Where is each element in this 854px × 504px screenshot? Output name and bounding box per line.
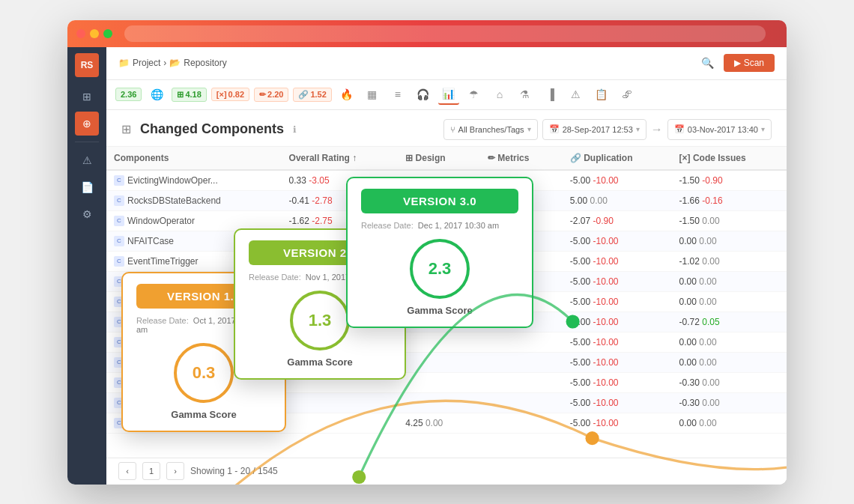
breadcrumb-project[interactable]: Project [133, 58, 160, 68]
badge-dup-value: 1.52 [310, 90, 326, 99]
toolbar-icon-umbrella[interactable]: ☂ [464, 84, 485, 105]
comp-name-text: RocksDBStateBackend [127, 195, 221, 206]
comp-icon: C [114, 256, 124, 267]
badge-issues[interactable]: [×] 0.82 [211, 88, 249, 101]
badge-metrics-value: 2.20 [267, 90, 283, 99]
cell-dup: -5.00 -10.00 [563, 392, 672, 413]
cell-design [398, 352, 480, 372]
cell-dup: -5.00 -10.00 [563, 271, 672, 291]
val-overall-delta: -2.75 [312, 216, 332, 226]
version3-card: VERSION 3.0 Release Date: Dec 1, 2017 10… [346, 177, 533, 328]
sidebar-icon-grid[interactable]: ⊞ [75, 85, 99, 109]
val-dup-delta: -10.00 [593, 297, 619, 307]
badge-design-value: 4.18 [185, 90, 201, 99]
cell-name: C EvictingWindowOper... [106, 170, 282, 191]
info-icon: ℹ [293, 124, 297, 135]
page-title: Changed Components [140, 121, 284, 137]
date-to-filter[interactable]: 📅 03-Nov-2017 13:40 ▾ [667, 119, 772, 140]
val-code: 0.00 [679, 337, 697, 347]
toolbar-icon-house[interactable]: ⌂ [489, 84, 510, 105]
cell-dup: -5.00 -10.00 [563, 231, 672, 251]
comp-name-text: EventTimeTrigger [127, 256, 198, 267]
cell-metrics [480, 332, 563, 352]
version3-header: VERSION 3.0 [361, 189, 518, 213]
val-code: 0.00 [679, 276, 697, 287]
branch-chevron-icon: ▾ [527, 125, 531, 133]
badge-rating[interactable]: 2.36 [115, 88, 142, 101]
top-nav: 📁 Project › 📂 Repository 🔍 ▶ Scan [106, 47, 787, 80]
cell-design: 4.25 0.00 [398, 413, 480, 433]
url-bar[interactable] [124, 25, 766, 42]
val-code: -0.30 [679, 377, 700, 388]
cell-dup: -5.00 -10.00 [563, 170, 672, 191]
comp-icon: C [114, 236, 124, 246]
val-code-delta: 0.00 [699, 297, 716, 307]
toolbar-icon-headphones[interactable]: 🎧 [413, 84, 434, 105]
sidebar-icon-doc[interactable]: 📄 [75, 175, 99, 199]
version1-score-circle: 0.3 [174, 343, 234, 403]
sidebar-icon-settings[interactable]: ⚙ [75, 202, 99, 226]
branch-filter[interactable]: ⑂ All Branches/Tags ▾ [443, 119, 538, 140]
date-from-filter[interactable]: 📅 28-Sep-2017 12:53 ▾ [542, 119, 646, 140]
toolbar-icon-chart[interactable]: 📊 [438, 84, 459, 105]
toolbar-icon-fire[interactable]: 🔥 [336, 84, 357, 105]
toolbar-icon-list[interactable]: ≡ [387, 84, 408, 105]
breadcrumb-sep1: › [163, 58, 166, 68]
toolbar-icon-warning[interactable]: ⚠ [566, 84, 587, 105]
close-dot[interactable] [76, 29, 85, 38]
cell-code: 0.00 0.00 [672, 271, 787, 291]
cell-metrics [480, 352, 563, 372]
val-code-delta: -0.16 [702, 195, 722, 206]
val-design: 4.25 [405, 418, 423, 428]
toolbar-icon-link[interactable]: 🖇 [617, 84, 638, 105]
current-page[interactable]: 1 [142, 462, 160, 480]
app-content: RS ⊞ ⊕ ⚠ 📄 ⚙ 📁 Project › 📂 Repository 🔍 [67, 47, 787, 485]
col-metrics[interactable]: ✏ Metrics [480, 147, 563, 170]
scan-button[interactable]: ▶ Scan [724, 54, 775, 72]
version2-gamma-label: Gamma Score [249, 356, 391, 368]
col-duplication[interactable]: 🔗 Duplication [563, 147, 672, 170]
sidebar-icon-structure[interactable]: ⊕ [75, 112, 99, 136]
val-dup-delta: -10.00 [593, 357, 619, 368]
col-code-issues[interactable]: [×] Code Issues [672, 147, 787, 170]
maximize-dot[interactable] [103, 29, 112, 38]
breadcrumb-repository[interactable]: Repository [184, 58, 226, 68]
prev-page-button[interactable]: ‹ [118, 462, 136, 480]
val-dup: -5.00 [570, 337, 590, 347]
badge-dup[interactable]: 🔗 1.52 [293, 88, 331, 102]
toolbar-icon-grid[interactable]: ▦ [362, 84, 383, 105]
col-overall-rating[interactable]: Overall Rating ↑ [282, 147, 399, 170]
date-from-chevron-icon: ▾ [636, 125, 640, 133]
toolbar-icon-clipboard[interactable]: 📋 [591, 84, 612, 105]
version3-score-circle: 2.3 [410, 239, 470, 299]
val-dup: -5.00 [570, 175, 590, 186]
next-page-button[interactable]: › [166, 462, 184, 480]
val-dup-delta: -10.00 [593, 236, 619, 246]
val-code: 0.00 [679, 236, 697, 246]
toolbar-icon-flask[interactable]: ⚗ [515, 84, 536, 105]
val-dup-delta: -10.00 [593, 418, 619, 428]
calendar-icon-from: 📅 [549, 124, 560, 134]
toolbar-icon-globe[interactable]: 🌐 [146, 84, 167, 105]
col-components: Components [106, 147, 282, 170]
col-design[interactable]: ⊞ Design [398, 147, 480, 170]
minimize-dot[interactable] [90, 29, 99, 38]
val-dup-delta: -10.00 [593, 317, 619, 327]
version3-gamma-label: Gamma Score [361, 305, 518, 316]
val-dup: -5.00 [570, 398, 590, 408]
search-icon[interactable]: 🔍 [697, 52, 718, 73]
sidebar-icon-alert[interactable]: ⚠ [75, 148, 99, 172]
badge-metrics[interactable]: ✏ 2.20 [254, 88, 288, 102]
version2-score-circle: 1.3 [290, 291, 350, 350]
cell-dup: -5.00 -10.00 [563, 251, 672, 271]
cell-dup: -5.00 -10.00 [563, 413, 672, 433]
val-overall: 0.33 [289, 175, 306, 186]
date-arrow-separator: → [651, 123, 663, 136]
val-dup: -5.00 [570, 297, 590, 307]
toolbar-icon-bars[interactable]: ▐ [540, 84, 561, 105]
val-design-delta: 0.00 [426, 418, 443, 428]
sidebar: RS ⊞ ⊕ ⚠ 📄 ⚙ [67, 47, 106, 485]
cell-dup: -5.00 -10.00 [563, 312, 672, 332]
val-dup: -5.00 [570, 236, 590, 246]
badge-design[interactable]: ⊞ 4.18 [172, 88, 206, 102]
